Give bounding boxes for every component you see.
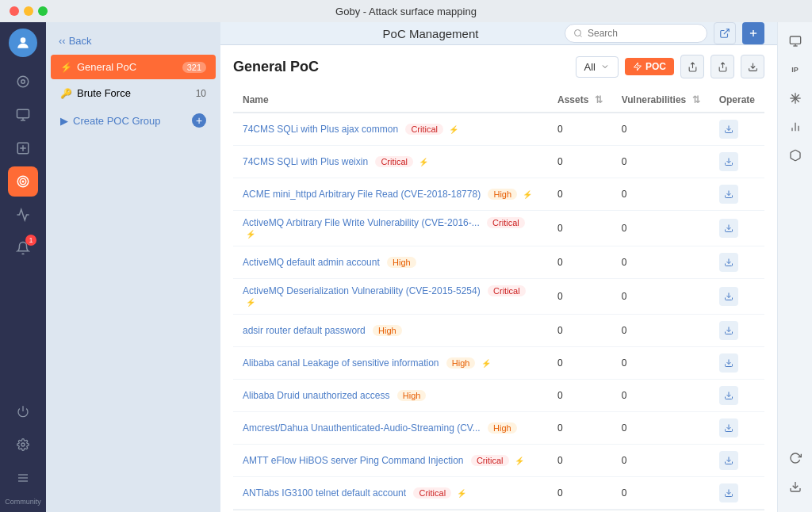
row-operate-cell <box>710 146 764 178</box>
row-assets-cell: 0 <box>548 246 612 279</box>
row-operate-cell <box>710 279 764 315</box>
poc-name-link[interactable]: 74CMS SQLi with Plus weixin <box>243 156 368 167</box>
operate-button[interactable] <box>719 321 738 340</box>
table-row: 74CMS SQLi with Plus weixin Critical ⚡ 0… <box>233 146 764 178</box>
severity-badge: High <box>488 189 517 200</box>
far-right-module-icon[interactable] <box>783 143 808 168</box>
window-title: Goby - Attack surface mapping <box>335 6 477 17</box>
vuln-sort-icon: ⇅ <box>692 94 700 105</box>
poc-name-link[interactable]: Alibaba canal Leakage of sensitive infor… <box>243 357 439 369</box>
poc-name-link[interactable]: adsir router default password <box>243 325 366 336</box>
sidebar-item-general-poc[interactable]: ⚡ General PoC 321 <box>51 55 216 79</box>
poc-name-link[interactable]: ActiveMQ Arbitrary File Write Vulnerabil… <box>243 217 480 228</box>
sidebar-item-target[interactable] <box>8 166 38 197</box>
row-assets-cell: 0 <box>548 315 612 347</box>
table-row: AMTT eFlow HiBOS server Ping Command Inj… <box>233 445 764 477</box>
far-right-barchart-icon[interactable] <box>783 114 808 139</box>
topbar-actions <box>565 22 764 44</box>
row-vulnerabilities-cell: 0 <box>612 315 710 347</box>
row-operate-cell <box>710 412 764 445</box>
maximize-dot[interactable] <box>38 6 48 16</box>
far-right-asterisk-icon[interactable] <box>783 86 808 111</box>
severity-badge: Critical <box>487 217 525 228</box>
poc-name-link[interactable]: 74CMS SQLi with Plus ajax common <box>243 124 398 135</box>
operate-button[interactable] <box>719 483 738 502</box>
poc-name-link[interactable]: ANTlabs IG3100 telnet default account <box>243 487 406 499</box>
operate-button[interactable] <box>719 287 738 306</box>
content-title: General PoC <box>233 59 319 75</box>
share-button[interactable] <box>680 55 704 78</box>
poc-filter-badge[interactable]: POC <box>625 58 674 75</box>
flash-icon: ⚡ <box>246 230 255 239</box>
filter-dropdown[interactable]: All <box>576 56 619 78</box>
far-right-download-icon[interactable] <box>783 474 808 499</box>
minimize-dot[interactable] <box>24 6 33 16</box>
row-vulnerabilities-cell: 0 <box>612 146 710 178</box>
import-button[interactable] <box>710 55 734 78</box>
sidebar-item-notification[interactable]: 1 <box>8 233 38 263</box>
sidebar-item-home[interactable] <box>8 67 38 97</box>
poc-name-link[interactable]: ActiveMQ default admin account <box>243 257 380 268</box>
filter-actions: All POC <box>576 55 764 78</box>
row-name-cell: AMTT eFlow HiBOS server Ping Command Inj… <box>233 445 548 477</box>
row-assets-cell: 0 <box>548 211 612 246</box>
operate-button[interactable] <box>719 253 738 272</box>
export-button[interactable] <box>714 22 736 44</box>
poc-name-link[interactable]: ACME mini_httpd Arbitrary File Read (CVE… <box>243 189 481 200</box>
back-button[interactable]: ‹‹ Back <box>46 29 220 53</box>
row-operate-cell <box>710 380 764 412</box>
close-dot[interactable] <box>10 6 19 16</box>
operate-button[interactable] <box>719 353 738 373</box>
poc-table: Name Assets ⇅ Vulnerabilities ⇅ <box>233 88 764 510</box>
add-button[interactable] <box>742 22 764 44</box>
back-label: Back <box>69 35 92 47</box>
power-icon[interactable] <box>8 396 38 426</box>
sidebar-item-scan[interactable] <box>8 133 38 163</box>
row-operate-cell <box>710 246 764 279</box>
avatar[interactable] <box>9 29 37 57</box>
sidebar-item-brute-force[interactable]: 🔑 Brute Force 10 <box>51 81 216 105</box>
search-box[interactable] <box>565 24 707 43</box>
far-right-refresh-icon[interactable] <box>783 445 808 471</box>
operate-button[interactable] <box>719 451 738 470</box>
sidebar-item-chart[interactable] <box>8 200 38 230</box>
poc-name-link[interactable]: Alibaba Druid unauthorized access <box>243 390 389 401</box>
poc-name-link[interactable]: AMTT eFlow HiBOS server Ping Command Inj… <box>243 455 464 466</box>
add-group-button[interactable]: + <box>192 113 206 128</box>
severity-badge: High <box>387 257 416 268</box>
sidebar-item-monitor[interactable] <box>8 100 38 130</box>
poc-name-link[interactable]: Amcrest/Dahua Unauthenticated-Audio-Stre… <box>243 422 481 434</box>
operate-button[interactable] <box>719 152 738 171</box>
table-row: ANTlabs IG3100 telnet default account Cr… <box>233 477 764 510</box>
operate-button[interactable] <box>719 219 738 238</box>
table-row: Alibaba canal Leakage of sensitive infor… <box>233 347 764 380</box>
row-name-cell: Alibaba canal Leakage of sensitive infor… <box>233 347 548 380</box>
operate-button[interactable] <box>719 418 738 437</box>
table-row: Alibaba Druid unauthorized access High 0… <box>233 380 764 412</box>
operate-button[interactable] <box>719 120 738 139</box>
row-vulnerabilities-cell: 0 <box>612 279 710 315</box>
col-vulnerabilities[interactable]: Vulnerabilities ⇅ <box>612 88 710 113</box>
far-right-screen-icon[interactable] <box>783 29 808 54</box>
operate-button[interactable] <box>719 185 738 204</box>
svg-point-13 <box>575 30 581 36</box>
window-controls <box>10 6 48 16</box>
severity-badge: Critical <box>471 455 509 466</box>
menu-icon[interactable] <box>8 463 38 493</box>
search-input[interactable] <box>588 28 699 39</box>
community-label: Community <box>5 498 41 506</box>
operate-button[interactable] <box>719 386 738 405</box>
col-name[interactable]: Name <box>233 88 548 113</box>
table-row: ACME mini_httpd Arbitrary File Read (CVE… <box>233 178 764 211</box>
create-poc-group[interactable]: ▶ Create POC Group + <box>51 107 216 134</box>
table-row: ActiveMQ Deserialization Vulnerability (… <box>233 279 764 315</box>
download-button[interactable] <box>741 55 764 78</box>
table-row: Amcrest/Dahua Unauthenticated-Audio-Stre… <box>233 412 764 445</box>
flash-icon: ⚡ <box>481 359 491 368</box>
poc-name-link[interactable]: ActiveMQ Deserialization Vulnerability (… <box>243 285 481 296</box>
svg-rect-34 <box>790 36 800 44</box>
settings-icon[interactable] <box>8 430 38 460</box>
brute-force-label: Brute Force <box>77 87 131 99</box>
far-right-ip-icon[interactable]: IP <box>783 57 808 82</box>
col-assets[interactable]: Assets ⇅ <box>548 88 612 113</box>
